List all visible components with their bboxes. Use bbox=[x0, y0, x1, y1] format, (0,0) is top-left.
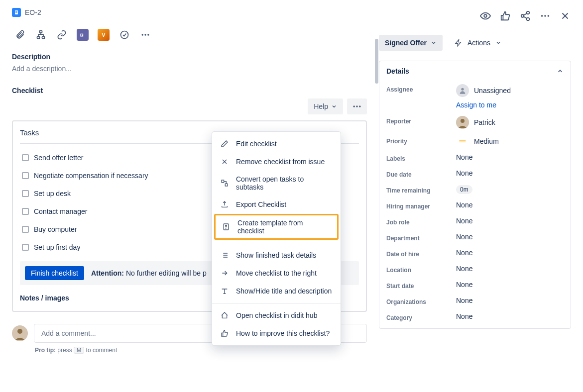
svg-rect-15 bbox=[222, 180, 224, 183]
export-icon bbox=[220, 200, 229, 209]
svg-point-19 bbox=[527, 11, 530, 14]
svg-point-23 bbox=[544, 15, 546, 17]
category-value[interactable]: None bbox=[456, 312, 472, 320]
svg-rect-1 bbox=[15, 11, 17, 12]
help-button[interactable]: Help bbox=[308, 98, 343, 114]
unassigned-avatar-icon bbox=[456, 84, 469, 97]
due-date-label: Due date bbox=[386, 169, 456, 178]
link-button[interactable] bbox=[54, 27, 70, 43]
due-date-value[interactable]: None bbox=[456, 169, 472, 177]
date-of-hire-value[interactable]: None bbox=[456, 249, 472, 257]
svg-point-14 bbox=[17, 329, 22, 334]
confluence-button[interactable] bbox=[117, 27, 132, 43]
share-button[interactable] bbox=[519, 10, 531, 22]
teams-icon[interactable] bbox=[75, 27, 91, 43]
details-header-label: Details bbox=[386, 67, 409, 75]
convert-icon bbox=[220, 179, 229, 188]
x-icon bbox=[220, 157, 229, 166]
svg-rect-5 bbox=[42, 36, 45, 38]
category-label: Category bbox=[386, 312, 456, 321]
scrollbar[interactable] bbox=[374, 29, 379, 337]
status-button[interactable]: Signed Offer bbox=[379, 35, 443, 51]
labels-value[interactable]: None bbox=[456, 153, 472, 161]
checkbox[interactable] bbox=[22, 190, 29, 197]
more-button[interactable] bbox=[539, 10, 551, 22]
checkbox[interactable] bbox=[22, 172, 29, 179]
assignee-value[interactable]: Unassigned bbox=[456, 84, 511, 97]
svg-point-27 bbox=[461, 119, 465, 123]
list-icon bbox=[220, 251, 229, 260]
menu-remove-checklist[interactable]: Remove checklist from issue bbox=[212, 153, 341, 171]
menu-label: Edit checklist bbox=[236, 140, 277, 148]
actions-button[interactable]: Actions bbox=[453, 35, 503, 51]
menu-label: Show finished task details bbox=[236, 251, 316, 259]
description-heading: Description bbox=[12, 53, 367, 61]
priority-value[interactable]: ═Medium bbox=[456, 136, 499, 146]
menu-edit-checklist[interactable]: Edit checklist bbox=[212, 135, 341, 153]
text-icon bbox=[220, 287, 229, 295]
location-value[interactable]: None bbox=[456, 265, 472, 273]
menu-convert-subtasks[interactable]: Convert open tasks to subtasks bbox=[212, 171, 341, 196]
watch-button[interactable] bbox=[479, 10, 491, 22]
pro-tip-label: Pro tip: bbox=[35, 347, 56, 354]
task-label: Set up first day bbox=[34, 243, 80, 251]
menu-move-right[interactable]: Move checklist to the right bbox=[212, 264, 341, 282]
assign-to-me-link[interactable]: Assign to me bbox=[456, 101, 511, 109]
hiring-manager-value[interactable]: None bbox=[456, 201, 472, 209]
more-actions-button[interactable] bbox=[137, 27, 153, 43]
finish-checklist-button[interactable]: Finish checklist bbox=[25, 266, 84, 280]
time-remaining-value[interactable]: 0m bbox=[456, 185, 472, 194]
svg-point-8 bbox=[144, 34, 146, 35]
svg-point-11 bbox=[356, 105, 357, 107]
task-label: Buy computer bbox=[34, 225, 77, 233]
start-date-value[interactable]: None bbox=[456, 281, 472, 289]
menu-show-finished[interactable]: Show finished task details bbox=[212, 246, 341, 264]
checkbox[interactable] bbox=[22, 208, 29, 215]
svg-point-7 bbox=[142, 34, 143, 35]
priority-label: Priority bbox=[386, 136, 456, 145]
svg-rect-16 bbox=[225, 184, 228, 186]
status-label: Signed Offer bbox=[385, 39, 427, 47]
svg-point-25 bbox=[461, 88, 464, 91]
svg-point-12 bbox=[359, 105, 360, 107]
description-input[interactable]: Add a description... bbox=[12, 65, 367, 73]
menu-label: Move checklist to the right bbox=[236, 269, 317, 277]
job-role-value[interactable]: None bbox=[456, 217, 472, 225]
menu-create-template[interactable]: Create template from checklist bbox=[214, 214, 339, 240]
child-issue-button[interactable] bbox=[33, 27, 49, 43]
menu-label: Convert open tasks to subtasks bbox=[236, 175, 333, 191]
department-value[interactable]: None bbox=[456, 233, 472, 241]
checkbox[interactable] bbox=[22, 244, 29, 251]
template-icon bbox=[222, 222, 231, 231]
attention-label: Attention: bbox=[91, 269, 124, 277]
svg-point-6 bbox=[121, 31, 128, 39]
assignee-label: Assignee bbox=[386, 84, 456, 93]
menu-label: Export Checklist bbox=[236, 200, 286, 208]
svg-point-24 bbox=[548, 15, 550, 17]
menu-label: Create template from checklist bbox=[237, 219, 331, 235]
issue-type-icon[interactable] bbox=[12, 8, 21, 17]
vote-button[interactable] bbox=[499, 10, 511, 22]
organizations-value[interactable]: None bbox=[456, 296, 472, 304]
app-icon[interactable]: V bbox=[96, 27, 112, 43]
svg-point-10 bbox=[353, 105, 355, 107]
checklist-more-button[interactable] bbox=[347, 98, 367, 114]
menu-show-hide[interactable]: Show/Hide title and description bbox=[212, 282, 341, 300]
checkbox[interactable] bbox=[22, 154, 29, 161]
menu-improve[interactable]: How to improve this checklist? bbox=[212, 324, 341, 342]
checkbox[interactable] bbox=[22, 226, 29, 233]
job-role-label: Job role bbox=[386, 217, 456, 226]
svg-point-22 bbox=[541, 15, 543, 17]
checklist-heading: Checklist bbox=[12, 87, 367, 95]
menu-export-checklist[interactable]: Export Checklist bbox=[212, 196, 341, 213]
details-toggle[interactable]: Details bbox=[379, 61, 571, 81]
attach-button[interactable] bbox=[12, 27, 28, 43]
department-label: Department bbox=[386, 233, 456, 242]
issue-key[interactable]: EO-2 bbox=[25, 8, 41, 16]
reporter-value[interactable]: Patrick bbox=[456, 116, 495, 129]
pro-tip-after: to comment bbox=[86, 347, 117, 354]
svg-rect-2 bbox=[15, 12, 17, 13]
organizations-label: Organizations bbox=[386, 296, 456, 305]
close-button[interactable] bbox=[559, 10, 571, 22]
menu-open-hub[interactable]: Open checklist in didit hub bbox=[212, 306, 341, 324]
